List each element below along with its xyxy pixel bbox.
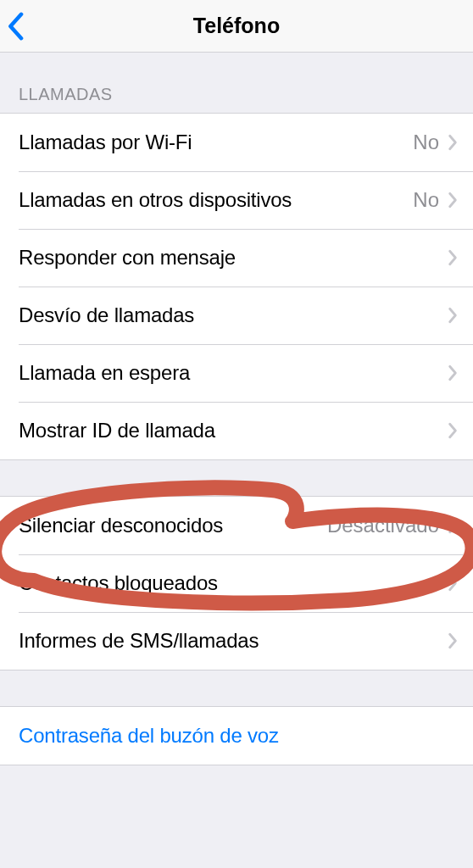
row-value: Desactivado (327, 514, 439, 537)
back-button[interactable] (7, 12, 24, 41)
chevron-right-icon (448, 307, 458, 324)
row-label: Contraseña del buzón de voz (19, 724, 458, 748)
row-call-waiting[interactable]: Llamada en espera (0, 344, 473, 402)
page-title: Teléfono (0, 14, 473, 38)
row-silence-unknown[interactable]: Silenciar desconocidos Desactivado (0, 497, 473, 554)
row-label: Mostrar ID de llamada (19, 419, 448, 442)
row-label: Responder con mensaje (19, 246, 448, 270)
chevron-right-icon (448, 517, 458, 534)
row-label: Silenciar desconocidos (19, 514, 327, 537)
chevron-right-icon (448, 249, 458, 266)
row-respond-message[interactable]: Responder con mensaje (0, 229, 473, 287)
chevron-right-icon (448, 134, 458, 151)
row-label: Llamada en espera (19, 361, 448, 385)
row-call-forwarding[interactable]: Desvío de llamadas (0, 287, 473, 344)
row-label: Desvío de llamadas (19, 303, 448, 327)
chevron-right-icon (448, 575, 458, 592)
chevron-right-icon (448, 422, 458, 439)
chevron-right-icon (448, 192, 458, 209)
row-other-devices[interactable]: Llamadas en otros dispositivos No (0, 171, 473, 229)
chevron-right-icon (448, 364, 458, 381)
row-value: No (413, 188, 439, 212)
group-calls: Llamadas por Wi-Fi No Llamadas en otros … (0, 113, 473, 460)
chevron-right-icon (448, 632, 458, 649)
section-header-calls: LLAMADAS (0, 53, 473, 113)
row-label: Informes de SMS/llamadas (19, 629, 448, 653)
row-value: No (413, 131, 439, 154)
row-label: Llamadas en otros dispositivos (19, 188, 413, 212)
group-voicemail: Contraseña del buzón de voz (0, 706, 473, 765)
group-silence-blocked: Silenciar desconocidos Desactivado Conta… (0, 496, 473, 670)
row-show-caller-id[interactable]: Mostrar ID de llamada (0, 402, 473, 459)
row-voicemail-password[interactable]: Contraseña del buzón de voz (0, 707, 473, 765)
row-label: Contactos bloqueados (19, 571, 448, 595)
row-sms-reports[interactable]: Informes de SMS/llamadas (0, 612, 473, 670)
chevron-left-icon (7, 12, 24, 41)
row-blocked-contacts[interactable]: Contactos bloqueados (0, 554, 473, 612)
row-label: Llamadas por Wi-Fi (19, 131, 413, 154)
navbar: Teléfono (0, 0, 473, 53)
row-wifi-calls[interactable]: Llamadas por Wi-Fi No (0, 114, 473, 171)
